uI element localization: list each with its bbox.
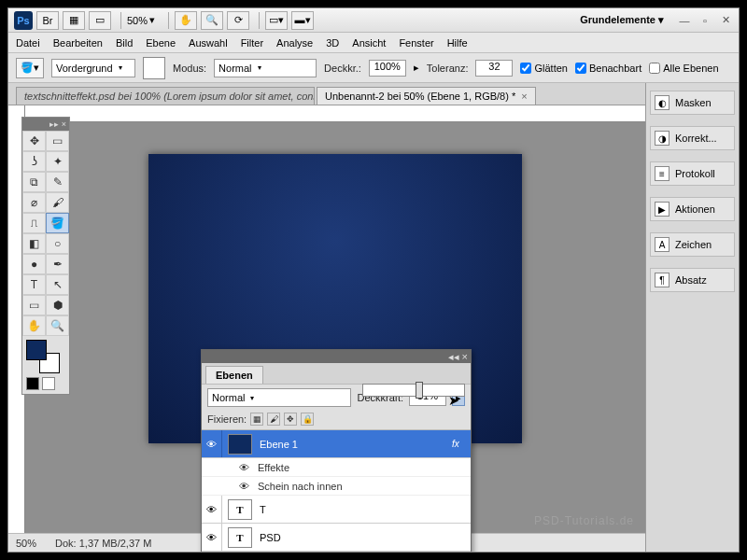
menu-help[interactable]: Hilfe <box>447 37 468 49</box>
marquee-tool[interactable]: ▭ <box>46 131 69 151</box>
layer-name[interactable]: Ebene 1 <box>258 439 452 450</box>
effect-row[interactable]: 👁Effekte <box>202 458 471 477</box>
status-zoom[interactable]: 50% <box>16 538 36 549</box>
menu-layer[interactable]: Ebene <box>146 37 176 49</box>
quickmask-icon[interactable] <box>26 377 39 390</box>
panel-actions[interactable]: ▶Aktionen <box>650 197 735 221</box>
close-icon[interactable]: × <box>462 351 468 362</box>
rotate-icon[interactable]: ⟳ <box>227 11 249 30</box>
grid-icon[interactable]: ▦ <box>63 11 85 30</box>
path-tool[interactable]: ↖ <box>46 274 69 295</box>
menu-image[interactable]: Bild <box>116 37 133 49</box>
options-bar: 🪣▾ Vordergrund▾ Modus: Normal▾ Deckkr.: … <box>8 53 739 83</box>
hand-tool[interactable]: ✋ <box>22 315 46 336</box>
close-icon[interactable]: ✕ <box>718 13 733 28</box>
tolerance-label: Toleranz: <box>427 63 469 74</box>
slider-thumb[interactable] <box>416 382 423 399</box>
menu-edit[interactable]: Bearbeiten <box>53 37 103 49</box>
toolbox-collapse-icon[interactable]: ▸▸ × <box>22 118 69 131</box>
close-icon[interactable]: × <box>521 91 527 102</box>
visibility-icon[interactable]: 👁 <box>239 462 252 473</box>
bridge-icon[interactable]: Br <box>36 11 59 30</box>
effect-row[interactable]: 👁Schein nach innen <box>202 477 471 496</box>
move-tool[interactable]: ✥ <box>22 131 46 151</box>
document-tab-2[interactable]: Unbenannt-2 bei 50% (Ebene 1, RGB/8) *× <box>317 87 536 105</box>
panel-adjustments[interactable]: ◑Korrekt... <box>650 126 735 150</box>
collapse-icon[interactable]: ◂◂ <box>448 351 459 363</box>
3d-tool[interactable]: ⬢ <box>46 295 69 315</box>
tolerance-input[interactable]: 32 <box>475 60 513 77</box>
zoom-dropdown[interactable]: 50%▾ <box>127 14 157 26</box>
menu-select[interactable]: Auswahl <box>189 37 228 49</box>
text-layer-icon[interactable]: T <box>228 527 252 548</box>
shape-tool[interactable]: ▭ <box>22 295 46 315</box>
menu-analysis[interactable]: Analyse <box>276 37 313 49</box>
opacity-input[interactable]: 100% <box>369 60 406 77</box>
wand-tool[interactable]: ✦ <box>46 151 69 172</box>
maximize-icon[interactable]: ▫ <box>698 13 712 28</box>
fill-source-dropdown[interactable]: Vordergrund▾ <box>51 59 135 77</box>
all-layers-checkbox[interactable]: Alle Ebenen <box>649 63 718 74</box>
pen-tool[interactable]: ✒ <box>46 254 69 274</box>
layers-tab[interactable]: Ebenen <box>205 366 263 384</box>
menu-filter[interactable]: Filter <box>241 37 263 49</box>
zoom-tool[interactable]: 🔍 <box>46 315 69 336</box>
view-extras-icon[interactable]: ▭ <box>89 11 111 30</box>
text-layer-icon[interactable]: T <box>228 499 252 520</box>
layer-row[interactable]: 👁 T T <box>202 496 471 524</box>
layer-blend-dropdown[interactable]: Normal▾ <box>207 388 351 407</box>
pattern-swatch[interactable] <box>143 57 165 79</box>
menu-file[interactable]: Datei <box>16 37 40 49</box>
foreground-color[interactable] <box>26 340 47 360</box>
screen-mode-icon[interactable]: ▬▾ <box>291 11 314 30</box>
eraser-tool[interactable]: ◧ <box>22 233 46 254</box>
eyedropper-tool[interactable]: ✎ <box>46 172 69 192</box>
zoom-icon[interactable]: 🔍 <box>201 11 223 30</box>
contiguous-checkbox[interactable]: Benachbart <box>575 63 641 74</box>
menu-view[interactable]: Ansicht <box>352 37 386 49</box>
screenmode-icon[interactable] <box>42 377 55 390</box>
stamp-tool[interactable]: ⎍ <box>22 213 46 233</box>
lock-transparency-icon[interactable]: ▦ <box>250 413 263 426</box>
dodge-tool[interactable]: ● <box>22 254 46 274</box>
brush-tool[interactable]: 🖌 <box>46 192 69 213</box>
document-tab-1[interactable]: textschnitteffekt.psd bei 100% (Lorem ip… <box>16 87 315 105</box>
right-dock: ◐Masken ◑Korrekt... ≡Protokoll ▶Aktionen… <box>645 83 739 552</box>
panel-header[interactable]: ◂◂× <box>202 350 471 363</box>
lock-pixels-icon[interactable]: 🖌 <box>267 413 280 426</box>
panel-history[interactable]: ≡Protokoll <box>650 161 735 186</box>
heal-tool[interactable]: ⌀ <box>22 192 46 213</box>
visibility-icon[interactable]: 👁 <box>202 430 222 457</box>
workspace-switcher[interactable]: Grundelemente ▾ <box>572 12 671 28</box>
antialias-checkbox[interactable]: Glätten <box>520 63 567 74</box>
current-tool-icon[interactable]: 🪣▾ <box>16 58 44 78</box>
opacity-slider[interactable] <box>362 384 465 397</box>
visibility-icon[interactable]: 👁 <box>202 496 222 523</box>
lock-all-icon[interactable]: 🔒 <box>301 413 314 426</box>
fx-badge[interactable]: fx <box>452 439 471 449</box>
blur-tool[interactable]: ○ <box>46 233 69 254</box>
minimize-icon[interactable]: — <box>677 13 692 28</box>
panel-masks[interactable]: ◐Masken <box>650 91 735 115</box>
lasso-tool[interactable]: ʖ <box>22 151 46 172</box>
layer-row[interactable]: 👁 T PSD <box>202 524 471 552</box>
layer-name[interactable]: T <box>258 504 471 515</box>
bucket-tool[interactable]: 🪣 <box>46 213 69 233</box>
status-docinfo[interactable]: Dok: 1,37 MB/2,37 M <box>55 538 151 549</box>
panel-paragraph[interactable]: ¶Absatz <box>650 268 735 292</box>
layer-thumbnail[interactable] <box>228 434 252 455</box>
visibility-icon[interactable]: 👁 <box>239 481 252 492</box>
crop-tool[interactable]: ⧉ <box>22 172 46 192</box>
color-picker[interactable] <box>22 336 69 394</box>
layer-name[interactable]: PSD <box>258 532 471 543</box>
visibility-icon[interactable]: 👁 <box>202 524 222 551</box>
menu-window[interactable]: Fenster <box>399 37 433 49</box>
menu-3d[interactable]: 3D <box>326 37 339 49</box>
lock-position-icon[interactable]: ✥ <box>284 413 297 426</box>
panel-character[interactable]: AZeichen <box>650 232 735 257</box>
text-tool[interactable]: T <box>22 274 46 295</box>
hand-icon[interactable]: ✋ <box>175 11 197 30</box>
blend-mode-dropdown[interactable]: Normal▾ <box>214 59 317 77</box>
arrange-icon[interactable]: ▭▾ <box>265 11 288 30</box>
layer-row[interactable]: 👁 Ebene 1 fx <box>202 430 471 458</box>
